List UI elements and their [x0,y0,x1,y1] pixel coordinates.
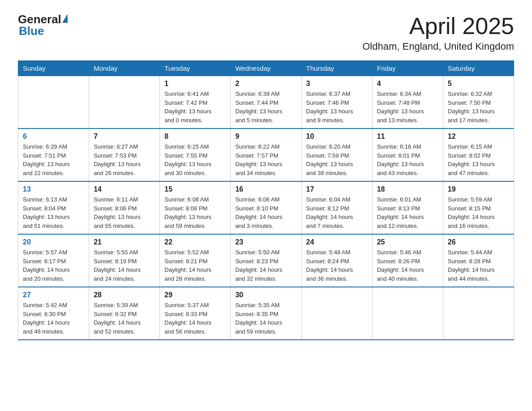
day-info: Sunrise: 6:08 AM Sunset: 8:08 PM Dayligh… [164,195,226,230]
day-info: Sunrise: 6:20 AM Sunset: 7:59 PM Dayligh… [306,142,368,177]
day-number: 18 [377,185,438,193]
day-info: Sunrise: 5:46 AM Sunset: 8:26 PM Dayligh… [377,248,438,283]
table-row: 1Sunrise: 6:41 AM Sunset: 7:42 PM Daylig… [160,76,231,129]
day-number: 12 [448,133,509,141]
table-row: 11Sunrise: 6:18 AM Sunset: 8:01 PM Dayli… [372,128,443,181]
day-info: Sunrise: 5:48 AM Sunset: 8:24 PM Dayligh… [306,248,368,283]
table-row: 21Sunrise: 5:55 AM Sunset: 8:19 PM Dayli… [89,234,160,287]
day-number: 6 [23,133,84,141]
day-number: 13 [23,185,84,193]
table-row: 7Sunrise: 6:27 AM Sunset: 7:53 PM Daylig… [89,128,160,181]
table-row: 19Sunrise: 5:59 AM Sunset: 8:15 PM Dayli… [443,181,514,234]
logo-triangle-icon [62,14,68,23]
day-number: 21 [94,238,155,246]
table-row: 20Sunrise: 5:57 AM Sunset: 8:17 PM Dayli… [18,234,89,287]
calendar-week-row: 6Sunrise: 6:29 AM Sunset: 7:51 PM Daylig… [18,128,514,181]
col-thursday: Thursday [301,61,372,76]
table-row: 12Sunrise: 6:15 AM Sunset: 8:02 PM Dayli… [443,128,514,181]
table-row: 8Sunrise: 6:25 AM Sunset: 7:55 PM Daylig… [160,128,231,181]
day-number: 26 [448,238,509,246]
month-title: April 2025 [362,13,514,39]
day-number: 11 [377,133,438,141]
day-info: Sunrise: 5:35 AM Sunset: 8:35 PM Dayligh… [235,301,296,336]
day-number: 2 [235,80,296,88]
table-row: 29Sunrise: 5:37 AM Sunset: 8:33 PM Dayli… [160,287,231,340]
day-number: 19 [448,185,509,193]
table-row: 15Sunrise: 6:08 AM Sunset: 8:08 PM Dayli… [160,181,231,234]
col-tuesday: Tuesday [160,61,231,76]
logo-general: General [18,13,61,25]
day-number: 27 [23,291,84,299]
title-area: April 2025 Oldham, England, United Kingd… [362,13,514,52]
day-info: Sunrise: 5:50 AM Sunset: 8:23 PM Dayligh… [235,248,296,283]
table-row: 14Sunrise: 6:11 AM Sunset: 8:06 PM Dayli… [89,181,160,234]
day-info: Sunrise: 6:11 AM Sunset: 8:06 PM Dayligh… [94,195,155,230]
table-row: 24Sunrise: 5:48 AM Sunset: 8:24 PM Dayli… [301,234,372,287]
day-info: Sunrise: 6:37 AM Sunset: 7:46 PM Dayligh… [306,90,368,124]
day-info: Sunrise: 6:32 AM Sunset: 7:50 PM Dayligh… [448,90,509,124]
day-info: Sunrise: 6:04 AM Sunset: 8:12 PM Dayligh… [306,195,368,230]
day-info: Sunrise: 6:15 AM Sunset: 8:02 PM Dayligh… [448,142,509,177]
day-info: Sunrise: 6:01 AM Sunset: 8:13 PM Dayligh… [377,195,438,230]
day-number: 14 [94,185,155,193]
day-number: 23 [235,238,296,246]
calendar-week-row: 13Sunrise: 6:13 AM Sunset: 8:04 PM Dayli… [18,181,514,234]
table-row [443,287,514,340]
day-info: Sunrise: 6:22 AM Sunset: 7:57 PM Dayligh… [235,142,296,177]
day-info: Sunrise: 6:18 AM Sunset: 8:01 PM Dayligh… [377,142,438,177]
day-number: 10 [306,133,368,141]
logo: General Blue [18,13,68,37]
day-info: Sunrise: 6:39 AM Sunset: 7:44 PM Dayligh… [235,90,296,124]
calendar-table: Sunday Monday Tuesday Wednesday Thursday… [18,60,514,340]
day-number: 7 [94,133,155,141]
location-title: Oldham, England, United Kingdom [362,41,514,52]
table-row: 13Sunrise: 6:13 AM Sunset: 8:04 PM Dayli… [18,181,89,234]
calendar-week-row: 20Sunrise: 5:57 AM Sunset: 8:17 PM Dayli… [18,234,514,287]
table-row [89,76,160,129]
day-number: 16 [235,185,296,193]
table-row [301,287,372,340]
day-number: 28 [94,291,155,299]
table-row: 28Sunrise: 5:39 AM Sunset: 8:32 PM Dayli… [89,287,160,340]
day-info: Sunrise: 6:29 AM Sunset: 7:51 PM Dayligh… [23,142,84,177]
day-info: Sunrise: 5:39 AM Sunset: 8:32 PM Dayligh… [94,301,155,336]
table-row [18,76,89,129]
day-info: Sunrise: 6:34 AM Sunset: 7:48 PM Dayligh… [377,90,438,124]
table-row: 27Sunrise: 5:42 AM Sunset: 8:30 PM Dayli… [18,287,89,340]
table-row: 2Sunrise: 6:39 AM Sunset: 7:44 PM Daylig… [231,76,301,129]
day-info: Sunrise: 5:52 AM Sunset: 8:21 PM Dayligh… [164,248,226,283]
day-number: 29 [164,291,226,299]
table-row: 16Sunrise: 6:06 AM Sunset: 8:10 PM Dayli… [231,181,301,234]
table-row: 4Sunrise: 6:34 AM Sunset: 7:48 PM Daylig… [372,76,443,129]
day-number: 15 [164,185,226,193]
table-row [372,287,443,340]
day-info: Sunrise: 5:37 AM Sunset: 8:33 PM Dayligh… [164,301,226,336]
table-row: 23Sunrise: 5:50 AM Sunset: 8:23 PM Dayli… [231,234,301,287]
day-info: Sunrise: 5:55 AM Sunset: 8:19 PM Dayligh… [94,248,155,283]
day-info: Sunrise: 5:44 AM Sunset: 8:28 PM Dayligh… [448,248,509,283]
day-number: 9 [235,133,296,141]
day-info: Sunrise: 5:42 AM Sunset: 8:30 PM Dayligh… [23,301,84,336]
table-row: 26Sunrise: 5:44 AM Sunset: 8:28 PM Dayli… [443,234,514,287]
weekday-header-row: Sunday Monday Tuesday Wednesday Thursday… [18,61,514,76]
logo-blue: Blue [19,25,44,37]
day-number: 3 [306,80,368,88]
day-number: 17 [306,185,368,193]
col-friday: Friday [372,61,443,76]
calendar-week-row: 27Sunrise: 5:42 AM Sunset: 8:30 PM Dayli… [18,287,514,340]
col-wednesday: Wednesday [231,61,301,76]
table-row: 9Sunrise: 6:22 AM Sunset: 7:57 PM Daylig… [231,128,301,181]
day-number: 24 [306,238,368,246]
table-row: 30Sunrise: 5:35 AM Sunset: 8:35 PM Dayli… [231,287,301,340]
table-row: 18Sunrise: 6:01 AM Sunset: 8:13 PM Dayli… [372,181,443,234]
day-info: Sunrise: 6:06 AM Sunset: 8:10 PM Dayligh… [235,195,296,230]
day-info: Sunrise: 5:57 AM Sunset: 8:17 PM Dayligh… [23,248,84,283]
day-info: Sunrise: 6:25 AM Sunset: 7:55 PM Dayligh… [164,142,226,177]
day-info: Sunrise: 6:27 AM Sunset: 7:53 PM Dayligh… [94,142,155,177]
day-number: 8 [164,133,226,141]
day-info: Sunrise: 5:59 AM Sunset: 8:15 PM Dayligh… [448,195,509,230]
day-number: 22 [164,238,226,246]
header: General Blue April 2025 Oldham, England,… [18,13,514,52]
table-row: 25Sunrise: 5:46 AM Sunset: 8:26 PM Dayli… [372,234,443,287]
table-row: 5Sunrise: 6:32 AM Sunset: 7:50 PM Daylig… [443,76,514,129]
